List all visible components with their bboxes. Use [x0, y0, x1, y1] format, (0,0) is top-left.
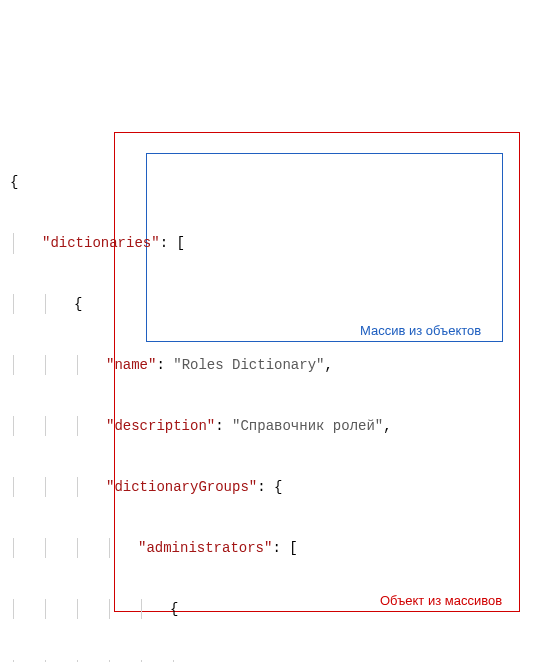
key-dictionaries: "dictionaries" [42, 235, 160, 251]
key-dictionaryGroups: "dictionaryGroups" [106, 479, 257, 495]
key-name: "name" [106, 357, 156, 373]
val-roles-dictionary: "Roles Dictionary" [173, 357, 324, 373]
val-description: "Справочник ролей" [232, 418, 383, 434]
key-administrators: "administrators" [138, 540, 272, 556]
key-description: "description" [106, 418, 215, 434]
array-of-objects-label: Массив из объектов [360, 322, 481, 341]
brace-open: { [10, 174, 18, 190]
json-code-block: Массив из объектов Объект из массивов { … [10, 10, 546, 662]
